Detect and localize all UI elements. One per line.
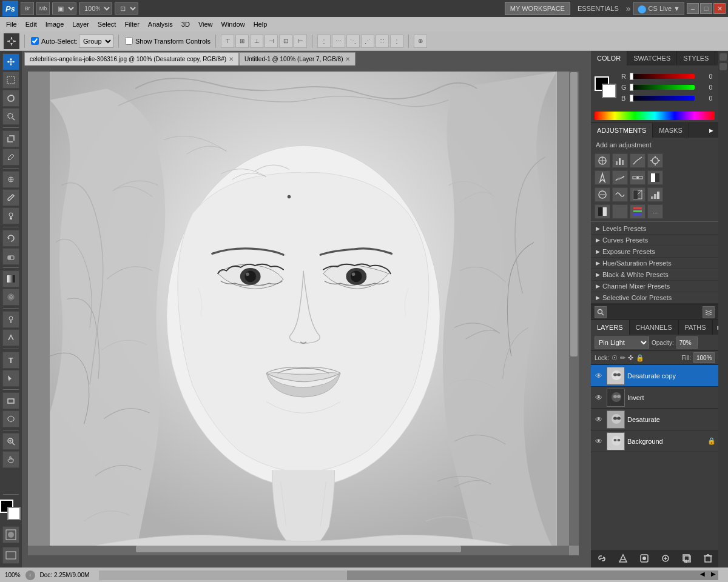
curves-icon[interactable] [630,153,645,168]
history-brush-tool[interactable] [2,230,19,247]
zoom-info-button[interactable]: i [25,570,35,580]
tab-angelina[interactable]: celebrities-angelina-jolie-306316.jpg @ … [24,52,239,65]
auto-select-checkbox[interactable] [31,37,39,45]
g-thumb[interactable] [630,84,633,91]
blend-mode-select[interactable]: Pin Light Normal Multiply Screen Overlay [595,336,649,349]
menu-select[interactable]: Select [94,19,120,29]
adj-search-button[interactable] [595,306,607,318]
menu-window[interactable]: Window [218,19,249,29]
delete-layer-button[interactable] [701,554,715,565]
layer-row-invert[interactable]: 👁 Invert [591,387,718,409]
zoom-tool[interactable] [2,433,19,450]
marquee-tool[interactable] [2,72,19,89]
brush-tool[interactable] [2,189,19,206]
adj-layers-button[interactable] [703,306,715,318]
path-select-tool[interactable] [2,370,19,387]
tab-close-2[interactable]: ✕ [345,56,350,62]
bw-icon[interactable] [647,170,663,185]
align-vert-center-button[interactable]: ⊞ [235,35,249,48]
adj-item-exposure[interactable]: ▶ Exposure Presets [591,246,718,258]
canvas-horizontal-scrollbar[interactable] [28,546,569,555]
layer-row-desaturate-copy[interactable]: 👁 Desaturate copy [591,365,718,387]
layer-effects-button[interactable] [616,554,630,565]
layer-visibility-desaturate-copy[interactable]: 👁 [593,372,604,380]
menu-filter[interactable]: Filter [121,19,143,29]
layer-mask-button[interactable] [637,554,652,565]
image-arrangement-select[interactable]: ▣ [52,2,76,15]
gradient-tool[interactable] [2,270,19,287]
quick-mask-toggle[interactable] [2,526,19,543]
dist-top-button[interactable]: ⋮ [317,35,331,48]
maximize-button[interactable]: □ [700,3,712,14]
layer-visibility-invert[interactable]: 👁 [593,393,604,402]
zoom-select[interactable]: 100% [79,2,112,15]
3d-tool[interactable] [2,410,19,427]
layer-visibility-desaturate[interactable]: 👁 [593,415,604,424]
adj-item-huesat[interactable]: ▶ Hue/Saturation Presets [591,258,718,269]
close-button[interactable]: ✕ [713,3,726,14]
b-thumb[interactable] [630,95,633,102]
align-left-edge-button[interactable]: ⊣ [265,35,278,48]
adj-item-channelmixer[interactable]: ▶ Channel Mixer Presets [591,281,718,292]
color-swatches[interactable] [0,500,22,521]
dist-vert-button[interactable]: ⋯ [332,35,345,48]
adj-item-selectivecolor[interactable]: ▶ Selective Color Presets [591,292,718,304]
fg-bg-swatches[interactable] [595,76,616,98]
menu-help[interactable]: Help [250,19,271,29]
crop-tool[interactable] [2,130,19,147]
spectrum-bar[interactable] [595,112,715,120]
tab-styles[interactable]: STYLES [677,51,715,65]
hand-tool[interactable] [2,451,19,468]
new-fill-layer-button[interactable] [658,554,673,565]
background-color[interactable] [7,507,21,520]
layer-row-background[interactable]: 👁 Background 🔒 [591,430,718,452]
tab-color[interactable]: COLOR [591,51,627,65]
color-balance-icon[interactable] [630,170,645,185]
align-top-edge-button[interactable]: ⊤ [221,35,234,48]
tab-adjustments[interactable]: ADJUSTMENTS [591,123,653,138]
lock-all-icon[interactable]: 🔒 [636,354,644,362]
cs-live-button[interactable]: ⬤ CS Live ▼ [633,2,684,15]
tab-close-1[interactable]: ✕ [229,56,234,62]
dist-right-button[interactable]: ⋮ [390,35,403,48]
dist-left-button[interactable]: ⋰ [361,35,374,48]
show-transform-checkbox[interactable] [125,37,133,45]
channel-mixer-icon[interactable] [612,187,628,202]
posterize-icon[interactable] [647,187,663,202]
pen-tool[interactable] [2,329,19,346]
scroll-right-icon[interactable]: ▶ [711,570,716,577]
dist-horiz-button[interactable]: ∷ [376,35,389,48]
invert-icon[interactable] [630,187,645,202]
b-track[interactable] [630,96,695,101]
layer-link-button[interactable] [595,554,609,565]
tab-masks[interactable]: MASKS [653,123,689,138]
blur-tool[interactable] [2,289,19,306]
menu-3d[interactable]: 3D [178,19,194,29]
vibrance-icon[interactable] [595,170,610,185]
menu-view[interactable]: View [195,19,217,29]
rectangle-tool[interactable] [2,392,19,409]
menu-file[interactable]: File [2,19,21,29]
background-swatch[interactable] [602,84,616,98]
lasso-tool[interactable] [2,90,19,107]
dodge-tool[interactable] [2,311,19,328]
align-horiz-center-button[interactable]: ⊡ [279,35,292,48]
mini-btn-2[interactable] [720,63,727,70]
my-workspace-button[interactable]: MY WORKSPACE [505,2,570,15]
new-layer-button[interactable] [679,554,694,565]
extra-adj-icon[interactable]: … [647,204,663,219]
tab-paths[interactable]: PATHS [679,320,713,335]
canvas-vertical-scrollbar[interactable] [569,72,579,546]
layer-row-desaturate[interactable]: 👁 Desaturate [591,409,718,430]
menu-layer[interactable]: Layer [69,19,93,29]
menu-analysis[interactable]: Analysis [144,19,177,29]
dist-bottom-button[interactable]: ⋱ [346,35,360,48]
opacity-input[interactable] [676,336,698,349]
lock-position-icon[interactable]: ☉ [612,354,618,362]
clone-stamp-tool[interactable] [2,207,19,224]
scroll-left-icon[interactable]: ◀ [700,570,705,577]
adj-item-curves[interactable]: ▶ Curves Presets [591,235,718,246]
screen-mode-toggle[interactable] [2,547,19,564]
photo-filter-icon[interactable] [595,187,610,202]
tab-swatches[interactable]: SWATCHES [627,51,677,65]
